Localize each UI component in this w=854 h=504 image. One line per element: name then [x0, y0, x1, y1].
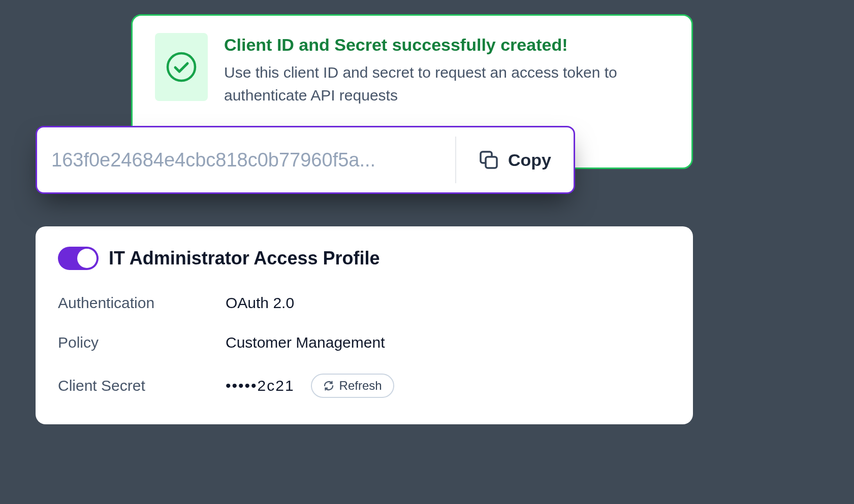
- refresh-icon: [323, 380, 334, 391]
- checkmark-circle-icon: [166, 52, 197, 82]
- toggle-handle: [77, 249, 97, 268]
- authentication-label: Authentication: [58, 294, 226, 312]
- profile-row-policy: Policy Customer Management: [58, 334, 671, 351]
- svg-point-0: [168, 53, 195, 81]
- client-secret-value: •••••2c21: [226, 377, 295, 394]
- copy-button[interactable]: Copy: [456, 127, 574, 192]
- profile-toggle[interactable]: [58, 247, 99, 270]
- refresh-button-label: Refresh: [339, 379, 382, 393]
- svg-rect-2: [486, 157, 497, 168]
- success-subtitle: Use this client ID and secret to request…: [224, 61, 669, 107]
- client-id-card: 163f0e24684e4cbc818c0b77960f5a... Copy: [36, 126, 575, 194]
- client-id-value[interactable]: 163f0e24684e4cbc818c0b77960f5a...: [37, 127, 455, 192]
- copy-icon: [479, 150, 499, 170]
- profile-title: IT Administrator Access Profile: [109, 248, 379, 269]
- profile-header: IT Administrator Access Profile: [58, 247, 671, 270]
- success-text-container: Client ID and Secret successfully create…: [224, 33, 669, 107]
- success-icon-container: [155, 33, 208, 101]
- policy-value: Customer Management: [226, 334, 385, 351]
- client-secret-label: Client Secret: [58, 377, 226, 394]
- success-title: Client ID and Secret successfully create…: [224, 33, 669, 57]
- profile-card: IT Administrator Access Profile Authenti…: [36, 226, 693, 424]
- profile-row-authentication: Authentication OAuth 2.0: [58, 294, 671, 312]
- policy-label: Policy: [58, 334, 226, 351]
- copy-button-label: Copy: [508, 150, 551, 170]
- authentication-value: OAuth 2.0: [226, 294, 294, 312]
- profile-row-client-secret: Client Secret •••••2c21 Refresh: [58, 374, 671, 398]
- refresh-button[interactable]: Refresh: [311, 374, 394, 398]
